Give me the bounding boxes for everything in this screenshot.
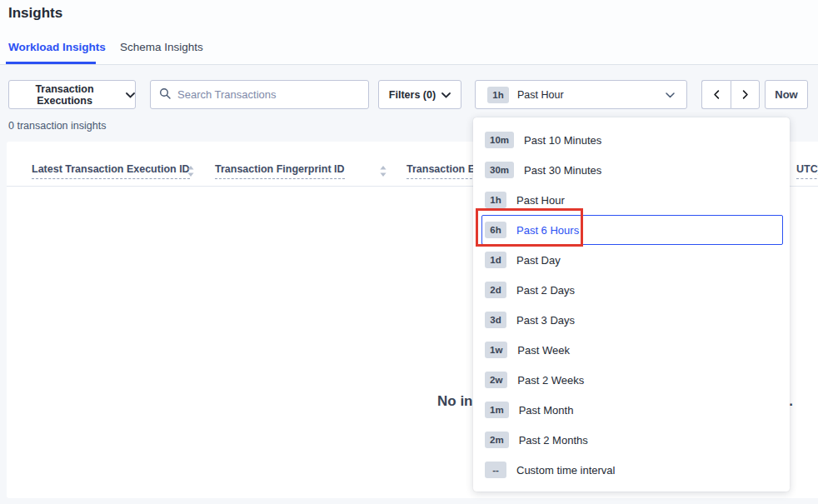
insights-count: 0 transaction insights [8, 120, 106, 132]
page-title: Insights [8, 5, 62, 22]
time-option-badge: 30m [485, 162, 514, 178]
time-option-label: Past Hour [516, 194, 565, 207]
time-interval-dropdown-trigger[interactable]: 1h Past Hour [475, 80, 687, 109]
chevron-down-icon [126, 89, 135, 101]
time-option-badge: 2w [485, 372, 507, 388]
time-interval-label: Past Hour [517, 89, 564, 101]
tab-workload-insights[interactable]: Workload Insights [8, 41, 106, 53]
sort-icon[interactable] [187, 165, 194, 180]
column-header-transaction-execution[interactable]: Transaction Ex [407, 163, 481, 179]
time-option-badge: 2m [485, 432, 509, 448]
page-header: Insights Workload Insights Schema Insigh… [0, 0, 818, 65]
time-option-1m[interactable]: 1mPast Month [481, 395, 783, 425]
time-option-2m[interactable]: 2mPast 2 Months [481, 425, 783, 455]
column-header-transaction-fingerprint-id[interactable]: Transaction Fingerprint ID [215, 163, 345, 179]
filters-button[interactable]: Filters (0) [378, 80, 461, 109]
search-icon [159, 87, 171, 102]
time-option-badge: 1d [485, 252, 506, 268]
time-option-label: Past Month [519, 404, 574, 417]
time-option-badge: 2d [485, 282, 506, 298]
time-option-2w[interactable]: 2wPast 2 Weeks [481, 365, 783, 395]
time-option-1d[interactable]: 1dPast Day [481, 245, 783, 275]
time-interval-menu: 10mPast 10 Minutes30mPast 30 Minutes1hPa… [473, 117, 790, 492]
time-option-label: Past 2 Months [519, 434, 588, 447]
time-option-label: Past 30 Minutes [524, 164, 601, 177]
time-option-badge: -- [485, 462, 506, 478]
time-option-30m[interactable]: 30mPast 30 Minutes [481, 155, 783, 185]
time-option-[interactable]: --Custom time interval [481, 455, 783, 485]
time-option-label: Custom time interval [516, 464, 615, 477]
time-option-label: Past 10 Minutes [524, 134, 601, 147]
prev-interval-button[interactable] [701, 80, 731, 109]
filters-label: Filters (0) [389, 89, 436, 101]
insights-page: Insights Workload Insights Schema Insigh… [0, 0, 818, 504]
time-option-2d[interactable]: 2dPast 2 Days [481, 275, 783, 305]
time-option-badge: 3d [485, 312, 506, 328]
time-option-10m[interactable]: 10mPast 10 Minutes [481, 125, 783, 155]
search-transactions-box[interactable] [150, 80, 369, 109]
search-transactions-input[interactable] [177, 88, 360, 101]
interval-step-buttons [701, 80, 760, 109]
time-option-1w[interactable]: 1wPast Week [481, 335, 783, 365]
time-option-label: Past Day [516, 254, 561, 267]
active-tab-underline [6, 62, 96, 64]
annotation-highlight-box [476, 208, 583, 247]
column-header-latest-transaction-execution-id[interactable]: Latest Transaction Execution ID [32, 163, 190, 179]
time-option-badge: 1h [485, 192, 506, 208]
time-option-label: Past Week [517, 344, 570, 357]
chevron-down-icon [441, 89, 451, 101]
sort-icon[interactable] [380, 165, 387, 180]
transaction-type-dropdown[interactable]: Transaction Executions [8, 80, 136, 109]
time-option-badge: 1m [485, 402, 509, 418]
time-interval-badge: 1h [487, 87, 509, 103]
time-option-label: Past 2 Days [516, 284, 575, 297]
time-option-3d[interactable]: 3dPast 3 Days [481, 305, 783, 335]
time-option-label: Past 2 Weeks [517, 374, 584, 387]
transaction-type-label: Transaction Executions [9, 83, 120, 107]
now-button[interactable]: Now [765, 80, 808, 109]
chevron-down-icon [666, 89, 675, 101]
next-interval-button[interactable] [731, 80, 760, 109]
tab-schema-insights[interactable]: Schema Insights [120, 41, 203, 53]
time-option-label: Past 3 Days [516, 314, 575, 327]
column-header-time-utc[interactable]: UTC) [796, 163, 818, 179]
time-option-badge: 10m [485, 132, 514, 148]
time-option-badge: 1w [485, 342, 507, 358]
